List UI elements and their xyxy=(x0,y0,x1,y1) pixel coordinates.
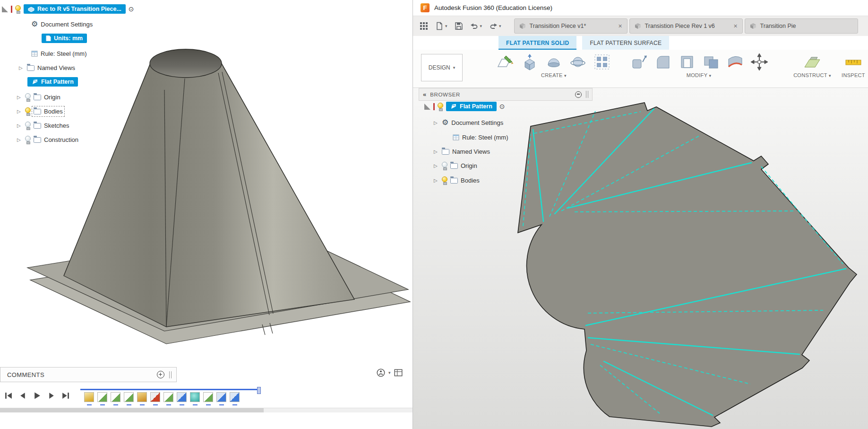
timeline-scrollbar[interactable] xyxy=(0,408,413,412)
redo-button[interactable]: ▾ xyxy=(489,22,501,30)
find-in-canvas-icon[interactable]: ⊙ xyxy=(499,103,505,110)
sketch-feature-icon[interactable] xyxy=(97,392,107,402)
go-to-start-button[interactable] xyxy=(5,392,13,400)
find-in-canvas-icon[interactable]: ⊙ xyxy=(129,5,134,13)
design-workspace-menu[interactable]: DESIGN ▾ xyxy=(421,54,463,81)
tree-item-document-settings[interactable]: ▷ ⚙ Document Settings xyxy=(434,116,503,129)
root-selected-pill[interactable]: Rec to R v5 Transition Piece... xyxy=(24,4,126,14)
timeline-scrollbar-thumb[interactable] xyxy=(0,408,264,412)
sketch-feature-icon[interactable] xyxy=(111,392,120,402)
extrude-icon[interactable] xyxy=(520,53,539,71)
orbit-menu-caret-icon[interactable]: ▾ xyxy=(388,370,391,375)
undo-button[interactable]: ▾ xyxy=(470,22,482,30)
visibility-bulb-icon[interactable] xyxy=(438,103,443,111)
browser-panel-header[interactable]: « BROWSER xyxy=(419,88,593,101)
visibility-bulb-icon[interactable] xyxy=(15,5,21,13)
sketch-feature-icon[interactable] xyxy=(163,392,173,402)
form-feature-icon[interactable] xyxy=(84,392,94,402)
construct-dropdown[interactable]: CONSTRUCT ▾ xyxy=(786,72,838,78)
sketch-feature-icon[interactable] xyxy=(124,392,134,402)
browser-minimize-icon[interactable] xyxy=(575,91,582,98)
expand-arrow-icon[interactable]: ▷ xyxy=(434,149,439,154)
tree-item-document-settings[interactable]: ⚙ Document Settings xyxy=(31,18,93,30)
expand-arrow-icon[interactable]: ▷ xyxy=(434,163,439,168)
expand-arrow-icon[interactable]: ▷ xyxy=(17,109,22,114)
tree-item-rule[interactable]: Rule: Steel (mm) xyxy=(31,47,87,60)
visibility-bulb-icon[interactable] xyxy=(442,162,447,170)
browser-collapse-chevrons-icon[interactable]: « xyxy=(423,91,426,98)
tree-item-sketches[interactable]: ▷ Sketches xyxy=(17,119,69,131)
replace-face-icon[interactable] xyxy=(726,53,745,71)
tree-item-bodies[interactable]: ▷ Bodies xyxy=(434,174,480,186)
go-to-end-button[interactable] xyxy=(61,392,69,400)
sphere-icon[interactable] xyxy=(568,53,587,71)
shell-icon[interactable] xyxy=(678,53,696,71)
app-grid-icon[interactable] xyxy=(420,22,428,30)
units-selected-pill[interactable]: Units: mm xyxy=(42,34,87,43)
step-back-button[interactable] xyxy=(19,392,27,400)
visibility-bulb-icon[interactable] xyxy=(442,176,447,184)
tree-item-named-views[interactable]: ▷ Named Views xyxy=(19,61,75,74)
file-menu[interactable]: ▾ xyxy=(435,22,447,30)
tree-item-flat-pattern[interactable]: Flat Pattern xyxy=(27,76,78,88)
tree-item-named-views[interactable]: ▷ Named Views xyxy=(434,145,490,158)
flat-pattern-selected-pill[interactable]: Flat Pattern xyxy=(27,77,78,87)
combine-icon[interactable] xyxy=(702,53,721,71)
fillet-icon[interactable] xyxy=(653,53,672,71)
flat-pattern-selected-pill[interactable]: Flat Pattern xyxy=(446,102,497,111)
measure-icon[interactable] xyxy=(844,53,863,71)
orbit-icon[interactable] xyxy=(376,368,386,377)
visibility-bulb-icon[interactable] xyxy=(25,93,31,101)
construct-plane-icon[interactable] xyxy=(803,53,822,71)
play-button[interactable] xyxy=(33,392,41,400)
document-tab[interactable]: Transition Pie xyxy=(745,18,858,34)
tree-item-construction[interactable]: ▷ Construction xyxy=(17,133,78,146)
document-tab[interactable]: Transisition Piece v1* × xyxy=(514,18,627,34)
comments-expand-icon[interactable] xyxy=(157,371,164,378)
tree-item-units[interactable]: Units: mm xyxy=(42,32,87,44)
browser-panel-grip[interactable] xyxy=(586,91,588,98)
move-icon[interactable] xyxy=(750,53,769,71)
bend-feature-icon[interactable] xyxy=(177,392,187,402)
thicken-feature-icon[interactable] xyxy=(190,392,200,402)
grid-display-icon[interactable] xyxy=(394,368,403,377)
unfold-feature-icon[interactable] xyxy=(137,392,147,402)
create-dropdown[interactable]: CREATE ▾ xyxy=(484,72,624,78)
close-tab-icon[interactable]: × xyxy=(733,22,737,30)
comments-grip[interactable] xyxy=(169,371,172,378)
expand-arrow-icon[interactable]: ▷ xyxy=(19,65,24,70)
expand-arrow-icon[interactable]: ▷ xyxy=(17,137,22,142)
bend-feature-icon[interactable] xyxy=(230,392,240,402)
timeline-position-handle[interactable] xyxy=(257,387,261,394)
sketch-feature-icon[interactable] xyxy=(203,392,213,402)
visibility-bulb-icon[interactable] xyxy=(25,107,31,115)
expand-arrow-icon[interactable]: ▷ xyxy=(434,120,439,125)
bodies-dashed-selection[interactable]: Bodies xyxy=(34,108,63,115)
modify-dropdown[interactable]: MODIFY ▾ xyxy=(626,72,772,78)
bend-feature-icon[interactable] xyxy=(216,392,226,402)
create-sketch-icon[interactable] xyxy=(496,53,515,71)
flat-pattern-sheet[interactable] xyxy=(518,103,857,427)
visibility-bulb-icon[interactable] xyxy=(25,122,31,130)
save-icon[interactable] xyxy=(455,22,463,30)
comments-bar[interactable]: COMMENTS xyxy=(0,367,177,382)
document-tab[interactable]: Transistion Piece Rev 1 v6 × xyxy=(629,18,743,34)
tree-item-root[interactable]: Flat Pattern ⊙ xyxy=(424,100,505,113)
close-tab-icon[interactable]: × xyxy=(618,22,622,30)
expand-arrow-icon[interactable]: ▷ xyxy=(434,178,439,183)
rectangular-pattern-icon[interactable] xyxy=(593,53,611,71)
inspect-dropdown[interactable]: INSPECT xyxy=(840,72,867,78)
browser-collapse-triangle-icon[interactable] xyxy=(424,104,430,110)
tab-flat-pattern-surface[interactable]: FLAT PATTERN SURFACE xyxy=(582,36,669,50)
browser-collapse-triangle-icon[interactable] xyxy=(2,6,8,12)
rip-feature-icon[interactable] xyxy=(150,392,160,402)
step-forward-button[interactable] xyxy=(47,392,55,400)
tree-item-root[interactable]: Rec to R v5 Transition Piece... ⊙ xyxy=(2,3,134,15)
tab-flat-pattern-solid[interactable]: FLAT PATTERN SOLID xyxy=(498,36,576,50)
press-pull-icon[interactable] xyxy=(629,53,648,71)
expand-arrow-icon[interactable]: ▷ xyxy=(17,123,22,128)
tree-item-origin[interactable]: ▷ Origin xyxy=(434,159,477,172)
tree-item-rule[interactable]: Rule: Steel (mm) xyxy=(453,131,508,143)
tree-item-bodies[interactable]: ▷ Bodies xyxy=(17,105,63,117)
expand-arrow-icon[interactable]: ▷ xyxy=(17,95,22,100)
